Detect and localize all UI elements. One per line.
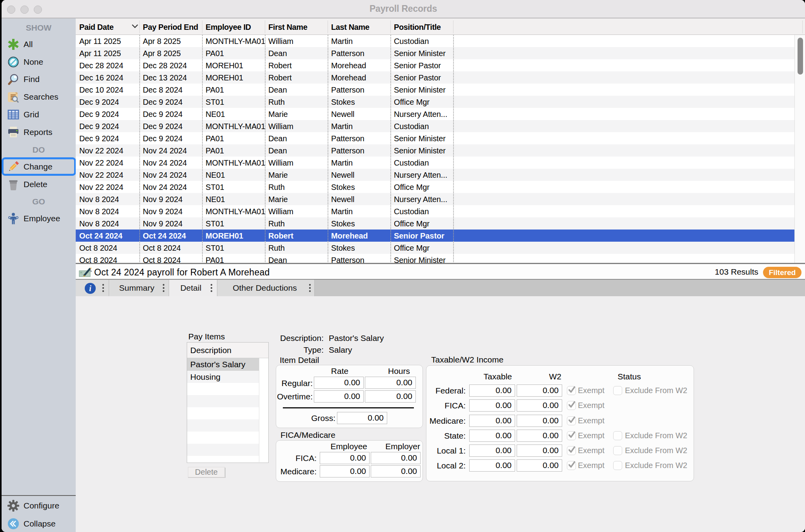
svg-text:i: i <box>89 284 91 293</box>
